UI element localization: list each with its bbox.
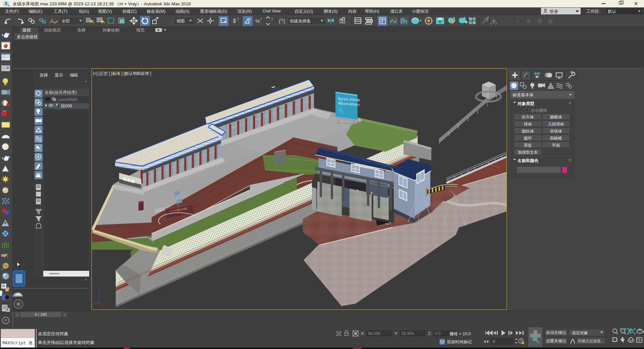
- svg-text:?: ?: [4, 318, 7, 323]
- svg-text:[+] [正交 ] [标准 ] [默认明暗处理 ]: [+] [正交 ] [标准 ] [默认明暗处理 ]: [93, 71, 151, 76]
- svg-text:?: ?: [271, 17, 273, 21]
- svg-text:%: %: [255, 18, 260, 24]
- svg-text:z: z: [98, 289, 99, 292]
- svg-text:}: }: [283, 18, 285, 24]
- svg-text:3: 3: [233, 18, 236, 24]
- svg-text:全部: 全部: [61, 19, 70, 23]
- svg-text:创建选择集: 创建选择集: [289, 19, 311, 23]
- svg-text:{: {: [279, 18, 280, 24]
- svg-text:HF: HF: [1, 253, 7, 258]
- svg-text:?: ?: [260, 17, 262, 21]
- svg-text:?: ?: [237, 17, 239, 21]
- svg-text:视图: 视图: [176, 19, 185, 23]
- svg-text:0: 0: [493, 339, 495, 344]
- svg-text:?: ?: [249, 17, 251, 21]
